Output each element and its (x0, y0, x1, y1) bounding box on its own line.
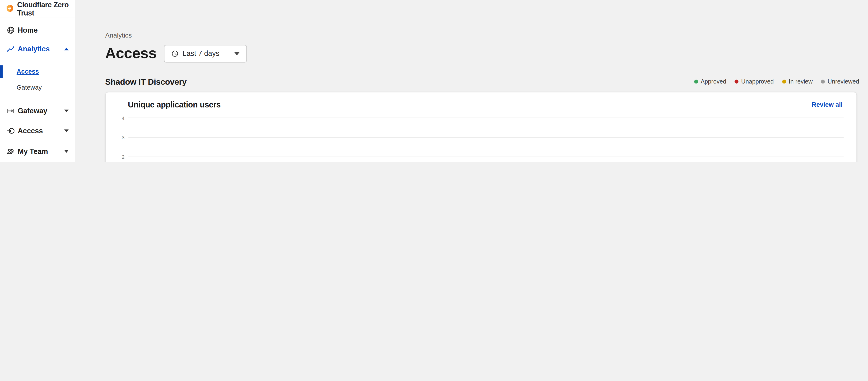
access-icon (7, 127, 15, 135)
sidebar-subitem-label: Gateway (17, 84, 42, 91)
chevron-down-icon (64, 150, 69, 153)
globe-icon (7, 26, 15, 34)
cloudflare-shield-icon (6, 4, 14, 13)
sidebar-item-access[interactable]: Access (0, 124, 75, 137)
sidebar: Cloudflare Zero Trust Home Analytics (0, 0, 75, 162)
legend-dot (735, 79, 738, 83)
legend-label: Approved (701, 78, 726, 85)
sidebar-item-label: Gateway (18, 106, 47, 115)
chart-card: Unique application users Review all 0123… (105, 92, 857, 161)
legend-label: Unreviewed (828, 78, 859, 85)
analytics-icon (7, 44, 15, 53)
sidebar-item-analytics-access[interactable]: Access (17, 65, 39, 76)
time-range-dropdown[interactable]: Last 7 days (164, 44, 247, 62)
y-axis-tick: 2 (113, 154, 124, 160)
app-root: Cloudflare Zero Trust Home Analytics (0, 0, 868, 162)
legend-label: In review (789, 78, 813, 85)
main-content: Analytics Access Last 7 days Shadow IT D… (76, 0, 868, 162)
sidebar-subitem-label: Access (17, 68, 39, 74)
time-range-value: Last 7 days (183, 49, 219, 58)
legend-item-approved: Approved (694, 78, 726, 85)
team-icon (7, 147, 15, 155)
review-all-link[interactable]: Review all (812, 101, 842, 108)
logo-label: Cloudflare Zero Trust (17, 0, 75, 17)
sidebar-item-label: My Team (18, 147, 48, 155)
legend-dot (694, 79, 698, 83)
active-item-bar (0, 65, 3, 78)
chart-legend: ApprovedUnapprovedIn reviewUnreviewed (694, 78, 859, 85)
legend-dot (782, 79, 786, 83)
chart-card-header: Unique application users Review all (128, 100, 843, 109)
legend-item-unapproved: Unapproved (735, 78, 774, 85)
legend-label: Unapproved (741, 78, 774, 85)
sidebar-item-label: Home (18, 26, 37, 34)
sidebar-item-label: Analytics (18, 44, 50, 53)
section-header: Shadow IT Discovery ApprovedUnapprovedIn… (105, 76, 859, 86)
legend-item-unreviewed: Unreviewed (821, 78, 859, 85)
legend-dot (821, 79, 825, 83)
title-row: Access Last 7 days (105, 44, 247, 63)
gateway-icon (7, 106, 15, 115)
sidebar-item-home[interactable]: Home (0, 24, 75, 37)
sidebar-item-my-team[interactable]: My Team (0, 145, 75, 158)
chevron-up-icon (64, 47, 69, 50)
chart-title: Unique application users (128, 100, 221, 109)
chevron-down-icon (64, 129, 69, 132)
sidebar-item-label: Access (18, 127, 43, 135)
section-title: Shadow IT Discovery (105, 77, 187, 86)
y-axis-tick: 4 (113, 115, 124, 121)
clock-icon (171, 50, 179, 57)
chevron-down-icon (64, 109, 69, 112)
sidebar-item-analytics[interactable]: Analytics (0, 42, 75, 55)
legend-item-in-review: In review (782, 78, 813, 85)
line-chart (128, 118, 844, 161)
page-title: Access (105, 45, 157, 62)
y-axis-tick: 3 (113, 134, 124, 140)
chevron-down-icon (234, 52, 240, 55)
sidebar-item-analytics-gateway[interactable]: Gateway (17, 82, 42, 93)
sidebar-item-gateway[interactable]: Gateway (0, 104, 75, 117)
logo: Cloudflare Zero Trust (0, 0, 75, 18)
breadcrumb: Analytics (105, 31, 132, 39)
